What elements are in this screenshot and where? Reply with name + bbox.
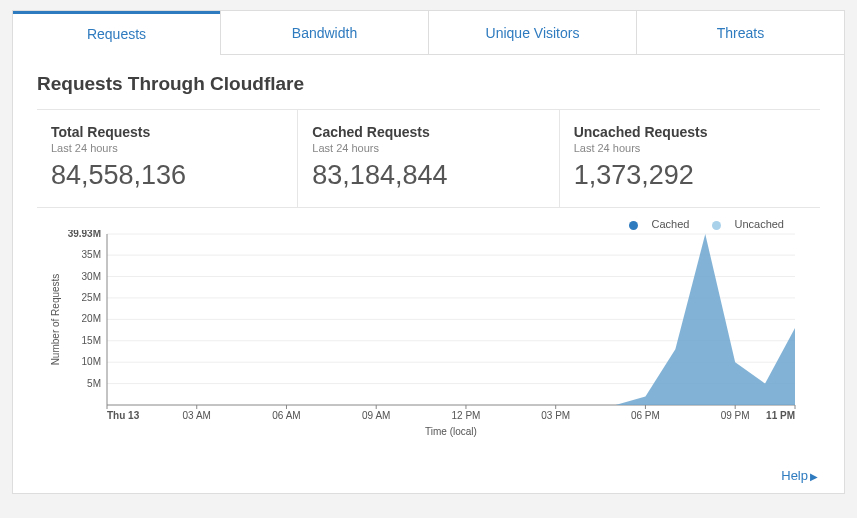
svg-text:20M: 20M bbox=[82, 313, 101, 324]
stat-cached-requests: Cached Requests Last 24 hours 83,184,844 bbox=[297, 110, 558, 207]
svg-text:06 PM: 06 PM bbox=[631, 410, 660, 421]
tab-bandwidth[interactable]: Bandwidth bbox=[220, 11, 428, 55]
svg-text:35M: 35M bbox=[82, 249, 101, 260]
stat-title: Total Requests bbox=[51, 124, 283, 140]
chart-legend: Cached Uncached bbox=[45, 218, 812, 230]
svg-text:09 AM: 09 AM bbox=[362, 410, 390, 421]
svg-text:03 AM: 03 AM bbox=[183, 410, 211, 421]
tab-unique-visitors[interactable]: Unique Visitors bbox=[428, 11, 636, 55]
help-link[interactable]: Help▶ bbox=[781, 468, 818, 483]
tab-requests[interactable]: Requests bbox=[13, 11, 220, 55]
svg-text:30M: 30M bbox=[82, 271, 101, 282]
legend-dot-cached bbox=[629, 221, 638, 230]
svg-text:12 PM: 12 PM bbox=[452, 410, 481, 421]
svg-text:15M: 15M bbox=[82, 335, 101, 346]
svg-text:Thu 13: Thu 13 bbox=[107, 410, 140, 421]
svg-text:06 AM: 06 AM bbox=[272, 410, 300, 421]
svg-text:39.93M: 39.93M bbox=[68, 230, 101, 239]
svg-text:03 PM: 03 PM bbox=[541, 410, 570, 421]
legend-label-uncached: Uncached bbox=[734, 218, 784, 230]
stat-sub: Last 24 hours bbox=[574, 142, 806, 154]
legend-dot-uncached bbox=[712, 221, 721, 230]
svg-text:Time (local): Time (local) bbox=[425, 426, 477, 437]
chevron-right-icon: ▶ bbox=[810, 471, 818, 482]
stat-value: 84,558,136 bbox=[51, 160, 283, 191]
stat-title: Uncached Requests bbox=[574, 124, 806, 140]
requests-chart: 39.93M35M30M25M20M15M10M5MThu 1303 AM06 … bbox=[45, 230, 815, 445]
stat-uncached-requests: Uncached Requests Last 24 hours 1,373,29… bbox=[559, 110, 820, 207]
section-title: Requests Through Cloudflare bbox=[37, 73, 820, 95]
svg-text:10M: 10M bbox=[82, 356, 101, 367]
stat-value: 83,184,844 bbox=[312, 160, 544, 191]
stat-total-requests: Total Requests Last 24 hours 84,558,136 bbox=[37, 110, 297, 207]
svg-text:25M: 25M bbox=[82, 292, 101, 303]
tab-threats[interactable]: Threats bbox=[636, 11, 844, 55]
svg-text:11 PM: 11 PM bbox=[766, 410, 795, 421]
tabs: Requests Bandwidth Unique Visitors Threa… bbox=[13, 11, 844, 55]
stat-title: Cached Requests bbox=[312, 124, 544, 140]
legend-label-cached: Cached bbox=[651, 218, 689, 230]
svg-text:Number of Requests: Number of Requests bbox=[50, 274, 61, 366]
svg-text:09 PM: 09 PM bbox=[721, 410, 750, 421]
stat-sub: Last 24 hours bbox=[51, 142, 283, 154]
svg-text:5M: 5M bbox=[87, 378, 101, 389]
stat-value: 1,373,292 bbox=[574, 160, 806, 191]
stat-sub: Last 24 hours bbox=[312, 142, 544, 154]
